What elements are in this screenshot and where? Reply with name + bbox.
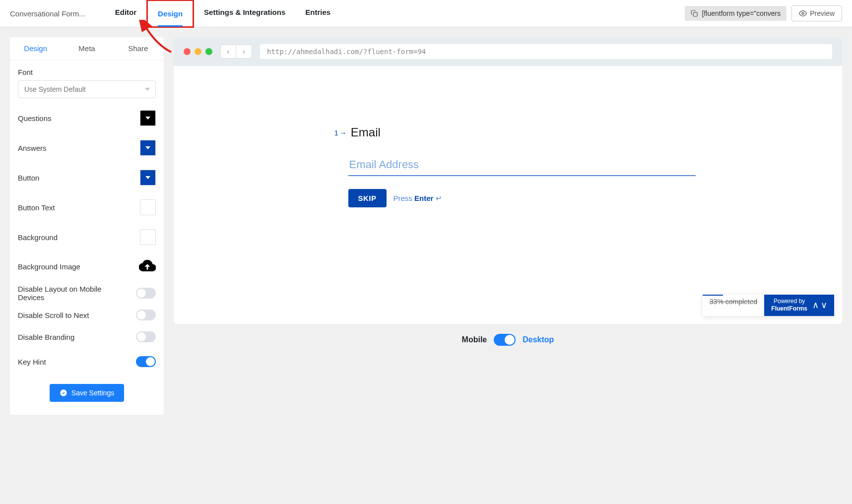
skip-button[interactable]: SKIP [348,189,387,207]
chevron-down-icon [145,117,150,120]
shortcode-box[interactable]: [fluentform type="convers [685,6,786,21]
tab-settings-integrations[interactable]: Settings & Integrations [194,0,295,28]
arrow-right-icon: → [339,128,347,137]
save-label: Save Settings [71,389,114,397]
question-number: 1 → [334,128,347,137]
form-nav-chevrons: ∧ ∨ [812,300,827,311]
font-select-wrap [18,80,156,98]
tab-entries[interactable]: Entries [295,0,340,28]
answers-color-swatch[interactable] [140,140,156,156]
button-label: Button [18,174,39,182]
row-disable-layout-mobile: Disable Layout on Mobile Devices [18,281,156,306]
sidebar-body: Font Questions Answers Button Button Tex… [10,60,164,415]
question-block: 1 → Email SKIP Press Enter ↵ [334,126,682,207]
questions-color-swatch[interactable] [140,110,156,126]
preview-button[interactable]: Preview [791,5,842,21]
row-background: Background [18,222,156,252]
background-color-swatch[interactable] [140,229,156,245]
button-text-color-swatch[interactable] [140,199,156,215]
save-settings-button[interactable]: Save Settings [50,384,124,402]
dot-red-icon [184,48,191,55]
font-label: Font [18,68,156,76]
row-background-image: Background Image [18,252,156,281]
browser-back-button[interactable]: ‹ [220,45,236,59]
disable-layout-mobile-toggle[interactable] [136,288,156,299]
powered-by[interactable]: Powered by FluentForms ∧ ∨ [764,295,834,316]
row-disable-scroll: Disable Scroll to Next [18,306,156,324]
progress-text: 33% completed [703,295,765,316]
browser-address-bar[interactable]: http://ahmedalhadi.com/?fluent-form=94 [260,44,832,59]
disable-branding-label: Disable Branding [18,333,74,341]
device-desktop-label: Desktop [523,335,554,344]
sidebar: Design Meta Share Font Questions Answers… [10,37,164,415]
question-title: Email [351,126,381,139]
chevron-up-icon[interactable]: ∧ [812,300,819,311]
font-select[interactable] [18,80,156,98]
progress-box: 33% completed Powered by FluentForms ∧ ∨ [703,295,834,316]
dot-yellow-icon [195,48,201,55]
dot-green-icon [205,48,212,55]
form-title: Conversational Form... [10,9,85,18]
tab-design[interactable]: Design [146,0,194,28]
topbar-right: [fluentform type="convers Preview [685,5,842,21]
disable-branding-toggle[interactable] [136,331,156,342]
answers-label: Answers [18,144,47,152]
browser-body: 1 → Email SKIP Press Enter ↵ 33% comp [174,66,842,324]
window-dots [184,48,212,55]
row-questions: Questions [18,103,156,133]
tab-editor[interactable]: Editor [105,0,146,28]
question-header: 1 → Email [334,126,682,139]
svg-rect-0 [694,12,698,16]
browser-head: ‹ › http://ahmedalhadi.com/?fluent-form=… [174,37,842,66]
disable-layout-mobile-label: Disable Layout on Mobile Devices [18,285,107,302]
chevron-down-icon [145,176,150,179]
upload-icon[interactable] [139,259,156,274]
browser-frame: ‹ › http://ahmedalhadi.com/?fluent-form=… [174,37,842,324]
background-image-label: Background Image [18,262,80,271]
disable-scroll-toggle[interactable] [136,310,156,320]
chevron-down-icon [145,146,150,149]
top-nav: Editor Design Settings & Integrations En… [105,0,340,28]
sidebar-tab-share[interactable]: Share [113,37,164,60]
background-label: Background [18,233,58,242]
sidebar-tab-design[interactable]: Design [10,37,61,60]
questions-label: Questions [18,114,52,123]
svg-point-1 [802,12,804,14]
device-toggle: Mobile Desktop [174,334,842,346]
key-hint-toggle[interactable] [136,356,156,367]
row-button-text: Button Text [18,192,156,222]
preview-area: ‹ › http://ahmedalhadi.com/?fluent-form=… [174,37,842,346]
top-bar: Conversational Form... Editor Design Set… [0,0,852,27]
copy-icon [691,9,698,17]
main-wrap: Design Meta Share Font Questions Answers… [0,27,852,425]
email-input[interactable] [348,154,696,176]
action-row: SKIP Press Enter ↵ [348,189,682,207]
button-text-label: Button Text [18,203,55,212]
device-switch[interactable] [494,334,516,346]
button-color-swatch[interactable] [140,170,156,186]
disable-scroll-label: Disable Scroll to Next [18,311,89,319]
browser-forward-button[interactable]: › [236,45,252,59]
preview-label: Preview [810,9,835,17]
eye-icon [799,9,807,17]
row-answers: Answers [18,133,156,163]
shortcode-text: [fluentform type="convers [702,9,781,17]
check-circle-icon [60,389,67,397]
browser-nav-buttons: ‹ › [220,45,252,59]
row-disable-branding: Disable Branding [18,324,156,349]
device-mobile-label: Mobile [462,335,487,344]
sidebar-tab-meta[interactable]: Meta [61,37,112,60]
row-button: Button [18,163,156,192]
enter-hint: Press Enter ↵ [393,194,442,203]
enter-key-icon: ↵ [436,194,442,202]
key-hint-label: Key Hint [18,358,46,366]
chevron-down-icon[interactable]: ∨ [821,300,827,311]
sidebar-tabs: Design Meta Share [10,37,164,60]
row-key-hint: Key Hint [18,349,156,374]
